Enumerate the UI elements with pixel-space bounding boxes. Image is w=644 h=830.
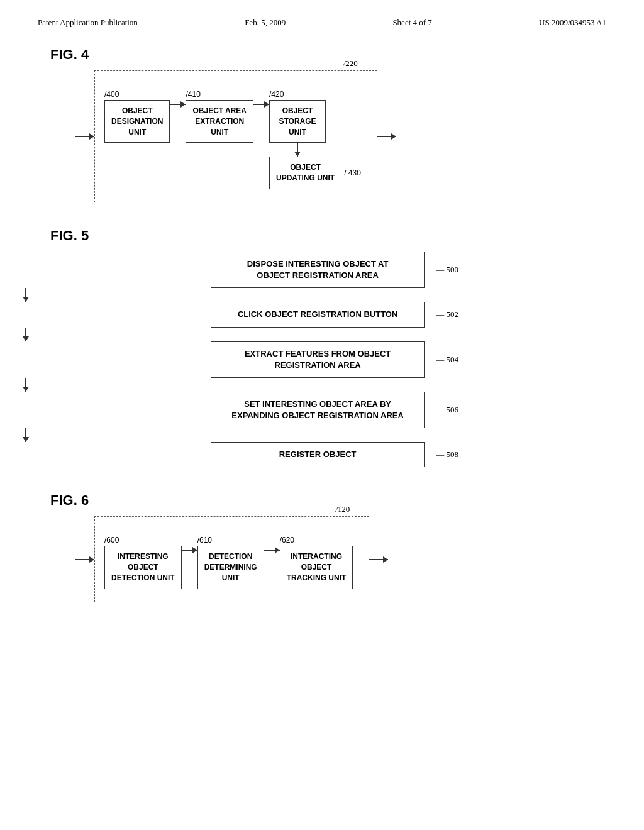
fig6-block-600: INTERESTINGOBJECTDETECTION UNIT <box>104 546 182 589</box>
flow-arrow-4 <box>25 428 26 442</box>
fig6-ref-120: /120 <box>335 504 350 514</box>
flow-step-506-wrapper: SET INTERESTING OBJECT AREA BYEXPANDING … <box>63 392 606 428</box>
ref-504: — 504 <box>436 355 458 365</box>
ref-502: — 502 <box>436 309 458 319</box>
fig4-ref-220: /220 <box>343 58 358 69</box>
fig5-flowchart: DISPOSE INTERESTING OBJECT ATOBJECT REGI… <box>63 252 606 468</box>
fig4-block-420: OBJECTSTORAGEUNIT <box>269 100 326 143</box>
ref-420: /420 <box>269 90 284 99</box>
flow-step-500-wrapper: DISPOSE INTERESTING OBJECT ATOBJECT REGI… <box>63 252 606 288</box>
flow-step-500: DISPOSE INTERESTING OBJECT ATOBJECT REGI… <box>211 252 425 288</box>
fig4-label: FIG. 4 <box>50 47 606 63</box>
ref-430: / 430 <box>344 169 361 177</box>
page-header: Patent Application Publication Feb. 5, 2… <box>0 0 644 34</box>
flow-step-502: CLICK OBJECT REGISTRATION BUTTON <box>211 302 425 327</box>
fig6-section: FIG. 6 /120 /600 INTERESTINGOBJECTDETECT… <box>50 492 606 602</box>
fig5-section: FIG. 5 DISPOSE INTERESTING OBJECT ATOBJE… <box>50 228 606 468</box>
flow-step-502-wrapper: CLICK OBJECT REGISTRATION BUTTON — 502 <box>63 302 606 327</box>
flow-step-508: REGISTER OBJECT <box>211 442 425 467</box>
flow-step-508-wrapper: REGISTER OBJECT — 508 <box>63 442 606 467</box>
fig4-block-400: OBJECTDESIGNATIONUNIT <box>104 100 170 143</box>
ref-506: — 506 <box>436 405 458 415</box>
fig6-block-620: INTERACTINGOBJECTTRACKING UNIT <box>280 546 353 589</box>
ref-500: — 500 <box>436 265 458 275</box>
header-date: Feb. 5, 2009 <box>245 18 286 28</box>
fig6-label: FIG. 6 <box>50 492 606 509</box>
fig4-block-430: OBJECTUPDATING UNIT <box>269 157 341 189</box>
flow-step-504: EXTRACT FEATURES FROM OBJECTREGISTRATION… <box>211 341 425 378</box>
flow-step-504-wrapper: EXTRACT FEATURES FROM OBJECTREGISTRATION… <box>63 341 606 378</box>
header-publication-type: Patent Application Publication <box>38 18 138 28</box>
fig4-section: FIG. 4 /220 /400 OBJECTDESIGNATIONUNIT <box>50 47 606 202</box>
fig4-block-410: OBJECT AREAEXTRACTIONUNIT <box>186 100 253 143</box>
header-sheet: Sheet 4 of 7 <box>392 18 431 28</box>
flow-arrow-1 <box>25 288 26 302</box>
ref-508: — 508 <box>436 450 458 460</box>
fig6-block-610: DETECTIONDETERMININGUNIT <box>197 546 264 589</box>
flow-step-506: SET INTERESTING OBJECT AREA BYEXPANDING … <box>211 392 425 428</box>
flow-arrow-2 <box>25 328 26 341</box>
ref-410: /410 <box>186 90 200 99</box>
flow-arrow-3 <box>25 378 26 392</box>
ref-400: /400 <box>104 90 119 99</box>
ref-600: /600 <box>104 536 119 545</box>
header-patent-number: US 2009/034953 A1 <box>539 18 606 28</box>
fig5-label: FIG. 5 <box>50 228 606 244</box>
ref-620: /620 <box>280 536 294 545</box>
ref-610: /610 <box>197 536 212 545</box>
